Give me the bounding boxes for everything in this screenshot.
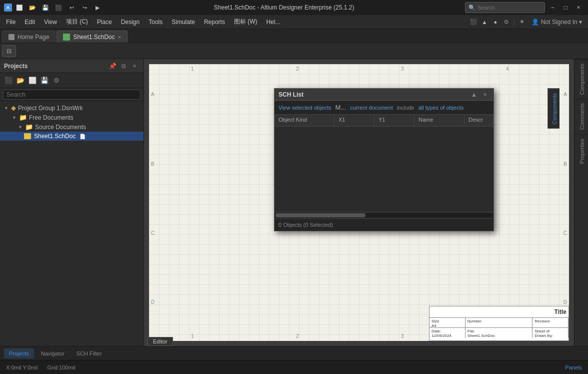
col-label-2: 2: [296, 66, 299, 72]
tb-title-label: Title: [554, 308, 566, 315]
open-btn[interactable]: 📂: [27, 2, 38, 13]
sch-list-pin-btn[interactable]: ▲: [470, 90, 478, 99]
menu-reports[interactable]: Reports: [200, 17, 229, 28]
filter-dots[interactable]: М...: [336, 104, 346, 111]
row-label-c: C: [151, 230, 154, 236]
window-maximize-btn[interactable]: □: [560, 2, 571, 13]
row-label-a: A: [151, 92, 154, 97]
project-search-bar: [0, 88, 144, 101]
filter-all-types[interactable]: all types of objects: [418, 105, 464, 111]
tree-item-freedocs[interactable]: ▼ 📁 Free Documents: [0, 113, 144, 122]
sch-list-titlebar[interactable]: SCH List ▲ ×: [274, 89, 494, 101]
col-header-name[interactable]: Name: [414, 115, 464, 126]
row-label-a-right: A: [564, 92, 567, 97]
more-btn[interactable]: ▶: [92, 2, 103, 13]
components-side-panel: Components: [548, 88, 560, 129]
window-close-btn[interactable]: ×: [573, 2, 584, 13]
tree-item-projectgroup[interactable]: ▼ ◆ Project Group 1.DsnWrk: [0, 103, 144, 113]
tb-sheet-label: Sheet of: [534, 329, 566, 333]
tab-sheet1[interactable]: Sheet1.SchDoc ×: [56, 31, 128, 43]
menu-project[interactable]: 项目 (C): [62, 16, 92, 28]
tb-revision-label: Revision: [532, 318, 568, 327]
tb-row1: Size A4 Number Revision: [430, 318, 568, 328]
tb-date-label: Date:: [432, 329, 463, 333]
panel-float-btn[interactable]: ⧉: [118, 61, 128, 71]
bottom-tab-schfilter[interactable]: SCH Filter: [72, 348, 107, 358]
tb-size-label: Size A4: [430, 318, 466, 327]
scrollbar-track[interactable]: [276, 213, 492, 217]
col-header-x1[interactable]: X1: [334, 115, 374, 126]
menu-view[interactable]: View: [40, 17, 61, 28]
toolbar-theme[interactable]: ☀: [516, 17, 528, 28]
tb-file-val: Sheet1.SchDoc: [468, 333, 530, 338]
col-label-1: 1: [191, 66, 194, 72]
menu-icon1[interactable]: 图标 (W): [230, 16, 262, 28]
user-label: Not Signed In ▾: [541, 19, 582, 26]
tb-size-text: Size: [432, 319, 463, 323]
menu-tools[interactable]: Tools: [144, 17, 166, 28]
scrollbar-thumb[interactable]: [276, 213, 366, 217]
project-group-label: Project Group 1.DsnWrk: [18, 105, 83, 112]
panel-pin-btn[interactable]: 📌: [108, 61, 118, 71]
bottom-tab-projects[interactable]: Projects: [4, 348, 34, 358]
toolbar-icon2[interactable]: ▲: [479, 17, 490, 28]
right-tab-comments[interactable]: Comments: [574, 99, 588, 134]
app-title: Sheet1.SchDoc - Altium Designer Enterpri…: [214, 4, 354, 11]
menu-separator: [514, 18, 514, 26]
save-project-btn[interactable]: 💾: [39, 75, 50, 86]
tree-arrow-projectgroup: ▼: [4, 106, 9, 111]
new-project-btn[interactable]: ⬛: [3, 75, 14, 86]
components-tab-btn[interactable]: Components: [548, 89, 560, 128]
user-account[interactable]: 👤 Not Signed In ▾: [528, 19, 586, 26]
menu-design[interactable]: Design: [117, 17, 144, 28]
saveas-btn[interactable]: ⬛: [53, 2, 64, 13]
left-panel-header: Projects 📌 ⧉ ×: [0, 59, 144, 73]
filter-current-doc[interactable]: current document: [350, 105, 393, 111]
window-minimize-btn[interactable]: −: [547, 2, 558, 13]
title-search-input[interactable]: [478, 5, 538, 11]
redo-btn[interactable]: ↪: [79, 2, 90, 13]
status-bar-left: X:0mil Y:0mil Grid:100mil: [6, 364, 76, 370]
menu-place[interactable]: Place: [93, 17, 116, 28]
filter-button[interactable]: ⊟: [2, 45, 16, 57]
row-label-d-right: D: [564, 299, 567, 305]
toolbar-icon3[interactable]: ●: [490, 17, 501, 28]
undo-btn[interactable]: ↩: [66, 2, 77, 13]
tree-item-sheet1[interactable]: Sheet1.SchDoc 📄: [0, 132, 144, 141]
settings-btn[interactable]: ⚙: [51, 75, 62, 86]
save-btn[interactable]: 💾: [40, 2, 51, 13]
menu-simulate[interactable]: Simulate: [168, 17, 199, 28]
toolbar-icon4[interactable]: ⊙: [501, 17, 512, 28]
panel-close-btn[interactable]: ×: [130, 61, 140, 71]
tab-home[interactable]: Home Page: [2, 31, 56, 43]
tab-sheet1-close[interactable]: ×: [118, 34, 121, 40]
right-tab-components[interactable]: Components: [574, 59, 588, 99]
new-btn[interactable]: ⬜: [14, 2, 25, 13]
col-label-2-bot: 2: [296, 333, 299, 339]
col-header-y1[interactable]: Y1: [374, 115, 414, 126]
row-label-b-right: B: [564, 161, 567, 167]
menu-file[interactable]: File: [2, 17, 20, 28]
sch-list-scrollbar[interactable]: [274, 212, 494, 219]
menu-edit[interactable]: Edit: [20, 17, 39, 28]
title-search-box[interactable]: 🔍: [465, 2, 545, 13]
col-header-descr[interactable]: Descr: [464, 115, 494, 126]
tree-item-sourcedocs[interactable]: ▼ 📁 Source Documents: [0, 122, 144, 132]
menu-help[interactable]: Hel...: [262, 17, 284, 28]
editor-area[interactable]: A B C D A B C D 1 2 3 4 1 2 3 4 Title: [144, 59, 574, 346]
sch-list-rows[interactable]: [274, 127, 494, 212]
status-bar-right: Panels: [565, 364, 582, 370]
right-tab-properties[interactable]: Properties: [574, 134, 588, 168]
close-project-btn[interactable]: ⬜: [27, 75, 38, 86]
sheet1-label: Sheet1.SchDoc: [34, 133, 76, 140]
project-search-input[interactable]: [3, 90, 140, 100]
toolbar-icon1[interactable]: ⬛: [468, 17, 479, 28]
filter-view-selected[interactable]: View selected objects: [278, 105, 332, 111]
col-header-objkind[interactable]: Object Kind: [274, 115, 334, 126]
sch-list-close-btn[interactable]: ×: [480, 90, 490, 99]
open-project-btn[interactable]: 📂: [15, 75, 26, 86]
panels-btn[interactable]: Panels: [565, 364, 582, 370]
bottom-tab-navigator[interactable]: Navigator: [36, 348, 70, 358]
title-bar-right: 🔍 − □ ×: [465, 2, 584, 13]
row-label-d: D: [151, 299, 154, 305]
